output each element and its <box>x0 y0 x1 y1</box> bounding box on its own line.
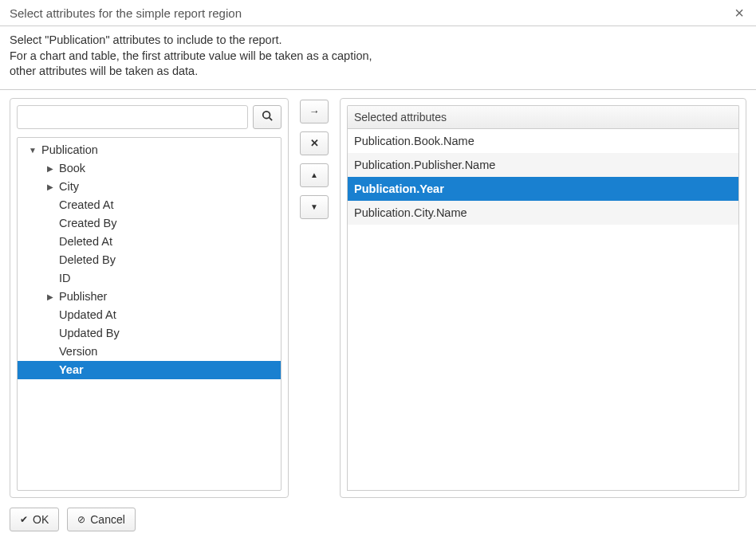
list-item-label: Publication.Publisher.Name <box>354 159 495 171</box>
tree-node-label: Updated By <box>56 327 120 339</box>
cancel-label: Cancel <box>90 513 125 526</box>
tree-node-label: Updated At <box>56 308 116 321</box>
divider <box>0 25 756 26</box>
triangle-down-icon: ▼ <box>310 202 318 211</box>
tree-node-label: Created By <box>56 217 117 229</box>
attribute-tree[interactable]: ▼ Publication ▶ Book ▶ City ▶ Created At… <box>17 137 282 491</box>
list-item[interactable]: Publication.Year <box>348 177 738 201</box>
list-item[interactable]: Publication.Publisher.Name <box>348 153 738 177</box>
transfer-buttons: → ✕ ▲ ▼ <box>300 98 329 498</box>
ban-icon: ⊘ <box>77 514 85 525</box>
tree-node-label: Created At <box>56 198 114 211</box>
search-input[interactable] <box>17 105 248 129</box>
svg-line-1 <box>270 118 273 121</box>
list-item-label: Publication.City.Name <box>354 206 467 219</box>
dialog-title: Select attributes for the simple report … <box>10 6 242 20</box>
instruction-line: Select "Publication" attributes to inclu… <box>10 33 746 49</box>
list-item[interactable]: Publication.Book.Name <box>348 129 738 153</box>
tree-node-deleted-by[interactable]: ▶ Deleted By <box>18 251 281 269</box>
tree-node-created-by[interactable]: ▶ Created By <box>18 214 281 233</box>
tree-node-city[interactable]: ▶ City <box>18 178 281 196</box>
arrow-right-icon: → <box>309 105 320 117</box>
selected-list[interactable]: Publication.Book.Name Publication.Publis… <box>347 128 739 491</box>
instructions: Select "Publication" attributes to inclu… <box>0 33 756 84</box>
tree-node-label: Version <box>56 345 97 358</box>
instruction-line: For a chart and table, the first attribu… <box>10 49 746 65</box>
list-item[interactable]: Publication.City.Name <box>348 201 738 225</box>
tree-node-book[interactable]: ▶ Book <box>18 159 281 178</box>
chevron-down-icon[interactable]: ▼ <box>27 146 38 155</box>
selected-list-header: Selected attributes <box>347 105 739 128</box>
svg-point-0 <box>263 112 270 119</box>
tree-node-publication[interactable]: ▼ Publication <box>18 141 281 159</box>
tree-node-label: City <box>56 180 79 193</box>
available-attributes-panel: ▼ Publication ▶ Book ▶ City ▶ Created At… <box>10 98 289 498</box>
titlebar: Select attributes for the simple report … <box>0 0 756 24</box>
chevron-right-icon[interactable]: ▶ <box>45 292 56 301</box>
tree-node-id[interactable]: ▶ ID <box>18 269 281 288</box>
search-button[interactable] <box>253 105 282 129</box>
close-icon[interactable]: × <box>730 5 748 21</box>
tree-node-label: Deleted By <box>56 253 116 266</box>
tree-node-created-at[interactable]: ▶ Created At <box>18 196 281 214</box>
check-icon: ✔ <box>20 514 28 525</box>
tree-node-updated-at[interactable]: ▶ Updated At <box>18 306 281 324</box>
ok-button[interactable]: ✔ OK <box>10 508 59 531</box>
footer: ✔ OK ⊘ Cancel <box>0 498 756 541</box>
list-item-label: Publication.Book.Name <box>354 135 474 147</box>
move-down-button[interactable]: ▼ <box>300 195 329 219</box>
tree-node-label: Publication <box>38 143 98 156</box>
move-up-button[interactable]: ▲ <box>300 163 329 187</box>
tree-node-updated-by[interactable]: ▶ Updated By <box>18 324 281 343</box>
tree-node-label: Book <box>56 162 85 174</box>
tree-node-year[interactable]: ▶ Year <box>18 361 281 379</box>
add-button[interactable]: → <box>300 100 329 123</box>
content: ▼ Publication ▶ Book ▶ City ▶ Created At… <box>0 98 756 498</box>
tree-node-label: Deleted At <box>56 235 112 248</box>
cancel-button[interactable]: ⊘ Cancel <box>67 508 136 531</box>
search-row <box>17 105 282 129</box>
search-icon <box>262 110 273 123</box>
chevron-right-icon[interactable]: ▶ <box>45 182 56 191</box>
ok-label: OK <box>33 513 49 526</box>
selected-attributes-panel: Selected attributes Publication.Book.Nam… <box>340 98 746 498</box>
tree-node-publisher[interactable]: ▶ Publisher <box>18 288 281 306</box>
x-icon: ✕ <box>310 137 319 149</box>
divider <box>0 89 756 90</box>
triangle-up-icon: ▲ <box>310 171 318 179</box>
tree-node-deleted-at[interactable]: ▶ Deleted At <box>18 233 281 251</box>
instruction-line: other attributes will be taken as data. <box>10 64 746 80</box>
tree-node-label: ID <box>56 272 71 284</box>
tree-node-label: Publisher <box>56 290 107 303</box>
remove-button[interactable]: ✕ <box>300 131 329 155</box>
list-item-label: Publication.Year <box>354 182 444 195</box>
tree-node-label: Year <box>56 363 84 376</box>
dialog: Select attributes for the simple report … <box>0 0 756 541</box>
chevron-right-icon[interactable]: ▶ <box>45 164 56 173</box>
tree-node-version[interactable]: ▶ Version <box>18 343 281 361</box>
